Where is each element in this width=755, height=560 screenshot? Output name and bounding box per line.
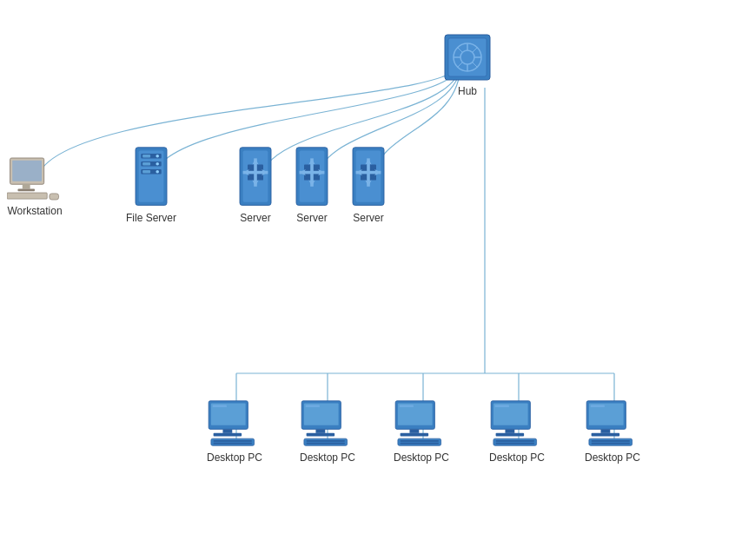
desktop1-node: Desktop PC: [207, 399, 262, 464]
file-server-label: File Server: [126, 212, 176, 224]
svg-rect-71: [304, 438, 348, 445]
svg-rect-81: [401, 443, 439, 445]
svg-rect-18: [7, 193, 47, 199]
svg-rect-77: [409, 429, 419, 433]
svg-point-30: [156, 170, 159, 174]
svg-rect-48: [300, 171, 325, 175]
svg-rect-69: [315, 429, 325, 433]
svg-rect-79: [398, 438, 441, 445]
desktop1-label: Desktop PC: [207, 451, 262, 464]
svg-rect-95: [589, 438, 632, 445]
svg-rect-16: [23, 184, 30, 188]
desktop3-node: Desktop PC: [394, 399, 449, 464]
svg-rect-63: [211, 438, 255, 445]
svg-rect-78: [401, 433, 429, 437]
workstation-label: Workstation: [7, 205, 62, 217]
svg-rect-93: [600, 429, 610, 433]
server1-label: Server: [240, 212, 270, 224]
svg-rect-92: [591, 405, 605, 407]
svg-rect-97: [592, 443, 630, 445]
desktop4-node: Desktop PC: [489, 399, 545, 464]
svg-rect-70: [307, 433, 335, 437]
svg-rect-85: [505, 429, 514, 433]
svg-rect-62: [214, 433, 242, 437]
svg-rect-60: [213, 405, 227, 407]
server3-node: Server: [348, 146, 389, 224]
svg-rect-19: [50, 194, 59, 200]
svg-rect-57: [356, 171, 381, 175]
server2-label: Server: [296, 212, 327, 224]
hub-label: Hub: [458, 85, 477, 97]
svg-rect-23: [142, 155, 150, 158]
desktop4-label: Desktop PC: [489, 451, 545, 464]
network-diagram: Hub Workstation: [0, 0, 755, 560]
svg-rect-84: [495, 405, 509, 407]
svg-rect-64: [214, 440, 252, 442]
server2-node: Server: [291, 146, 333, 224]
svg-rect-73: [307, 443, 345, 445]
svg-point-28: [156, 155, 159, 158]
server3-label: Server: [353, 212, 383, 224]
svg-rect-17: [17, 189, 35, 192]
svg-rect-61: [222, 429, 232, 433]
file-server-node: File Server: [126, 146, 176, 224]
svg-rect-15: [12, 161, 42, 181]
svg-rect-72: [307, 440, 345, 442]
desktop5-label: Desktop PC: [585, 451, 640, 464]
svg-rect-39: [243, 171, 268, 175]
workstation-node: Workstation: [7, 156, 63, 217]
svg-rect-88: [496, 440, 534, 442]
svg-rect-68: [306, 405, 320, 407]
svg-rect-86: [496, 433, 525, 437]
svg-rect-96: [592, 440, 630, 442]
hub-node: Hub: [443, 33, 492, 97]
desktop2-label: Desktop PC: [300, 451, 355, 464]
svg-rect-94: [592, 433, 620, 437]
svg-rect-76: [400, 405, 414, 407]
desktop5-node: Desktop PC: [585, 399, 640, 464]
svg-rect-87: [493, 438, 537, 445]
svg-rect-65: [214, 443, 252, 445]
desktop2-node: Desktop PC: [300, 399, 355, 464]
svg-rect-27: [142, 170, 150, 174]
server1-node: Server: [235, 146, 276, 224]
svg-point-29: [156, 162, 159, 166]
svg-rect-25: [142, 162, 150, 166]
svg-rect-89: [496, 443, 534, 445]
desktop3-label: Desktop PC: [394, 451, 449, 464]
svg-rect-80: [401, 440, 439, 442]
